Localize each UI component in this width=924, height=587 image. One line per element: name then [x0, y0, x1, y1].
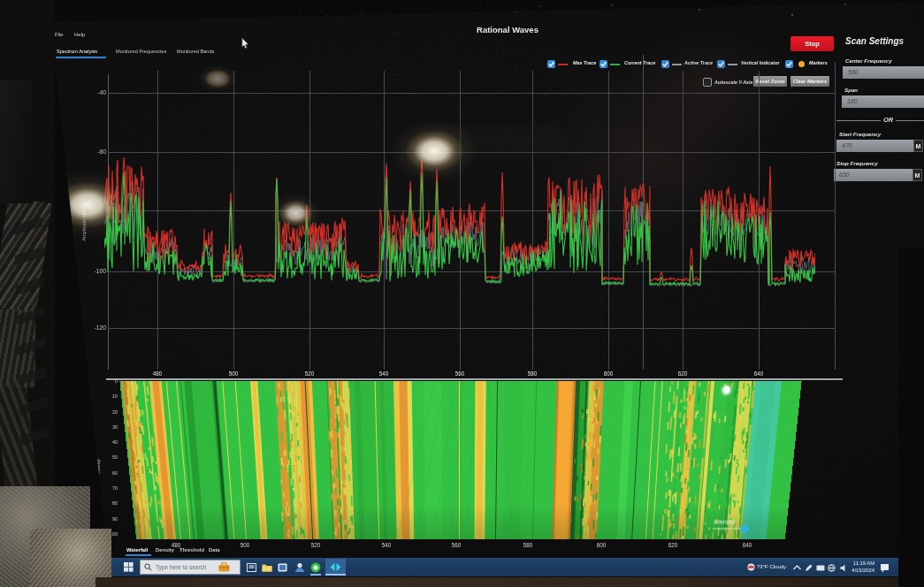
svg-text:Intensity: Intensity — [714, 519, 736, 526]
